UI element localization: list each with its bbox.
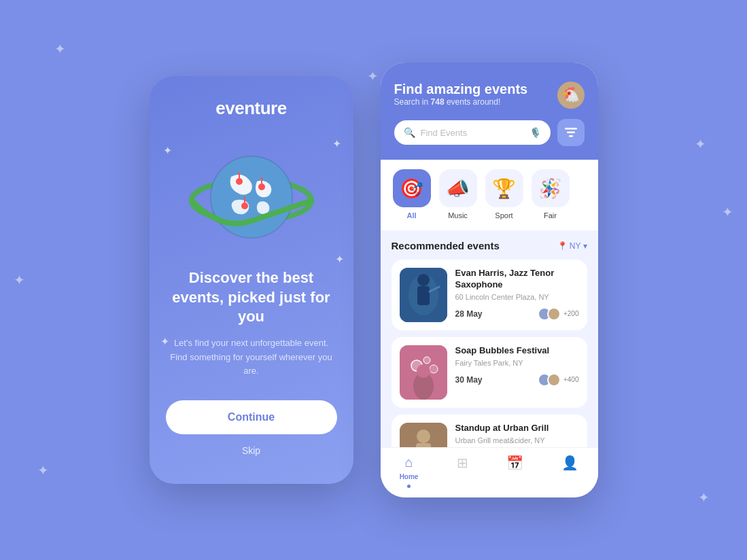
skip-button[interactable]: Skip: [242, 445, 260, 456]
event-count: 748: [431, 97, 445, 107]
svg-point-16: [423, 357, 430, 364]
event-card-3[interactable]: Standup at Urban Grill Urban Grill meat&…: [392, 415, 587, 447]
all-emoji: 🎯: [400, 177, 423, 200]
svg-rect-12: [417, 286, 430, 305]
svg-rect-7: [567, 132, 575, 134]
event-info-1: Evan Harris, Jazz Tenor Saxophone 60 Lin…: [455, 268, 579, 322]
attendee-count-2: +400: [563, 376, 579, 383]
bg-sparkle-4: ✦: [37, 462, 49, 478]
sport-icon-wrap: 🏆: [485, 169, 523, 207]
nav-active-dot: [407, 485, 411, 488]
svg-point-21: [417, 430, 430, 443]
all-icon-wrap: 🎯: [393, 169, 431, 207]
music-icon-wrap: 📣: [439, 169, 477, 207]
avatar-stack-1: [538, 307, 561, 321]
nav-home[interactable]: ⌂ Home: [400, 455, 419, 488]
bg-sparkle-2: ✦: [367, 68, 379, 84]
home-header: Find amazing events Search in 748 events…: [381, 63, 598, 160]
search-icon: 🔍: [404, 127, 415, 138]
svg-point-11: [417, 274, 430, 286]
category-list: 🎯 All 📣 Music 🏆 Sport: [381, 160, 598, 228]
mini-avatar-2b: [547, 373, 561, 387]
event-image-3: [400, 423, 447, 447]
svg-rect-8: [569, 135, 573, 137]
continue-button[interactable]: Continue: [166, 400, 337, 434]
globe-illustration: [184, 133, 319, 255]
bg-sparkle-6: ✦: [14, 272, 25, 288]
onboarding-subtitle: Let's find your next unforgettable event…: [166, 336, 337, 379]
header-subtitle: Search in 748 events around!: [394, 97, 528, 107]
category-sport[interactable]: 🏆 Sport: [484, 169, 525, 220]
category-fair[interactable]: 🪅 Fair: [530, 169, 571, 220]
bg-sparkle-7: ✦: [722, 204, 733, 220]
fair-emoji: 🪅: [538, 177, 562, 200]
sparkle-1: ✦: [163, 144, 172, 157]
bg-sparkle-1: ✦: [54, 41, 66, 57]
event-name-2: Soap Bubbles Festival: [455, 345, 579, 357]
search-bar[interactable]: 🔍 Find Events 🎙️: [394, 120, 551, 145]
event-location-1: 60 Lincoln Center Plaza, NY: [455, 293, 579, 301]
onboarding-title: Discover the best events, picked just fo…: [166, 268, 337, 327]
bottom-navigation: ⌂ Home ⊞ 📅 👤: [381, 447, 598, 497]
sparkle-2: ✦: [332, 137, 341, 150]
app-logo: eventure: [215, 98, 286, 119]
attendee-count-1: +200: [563, 310, 579, 317]
nav-calendar[interactable]: 📅: [506, 455, 523, 471]
event-footer-1: 28 May +200: [455, 307, 579, 321]
svg-point-17: [430, 365, 438, 373]
attendees-2: +400: [538, 373, 579, 387]
music-label: Music: [448, 211, 468, 220]
sport-label: Sport: [495, 211, 513, 220]
nav-grid[interactable]: ⊞: [457, 455, 468, 471]
sparkle-3: ✦: [335, 253, 344, 266]
subtitle-prefix: Search in: [394, 97, 431, 107]
event-location-2: Fairy Tales Park, NY: [455, 359, 579, 367]
event-card-2[interactable]: Soap Bubbles Festival Fairy Tales Park, …: [392, 337, 587, 408]
svg-point-2: [236, 178, 243, 185]
all-label: All: [406, 211, 416, 220]
svg-point-4: [241, 203, 248, 209]
chevron-down-icon: ▾: [583, 241, 587, 251]
category-all[interactable]: 🎯 All: [392, 169, 432, 220]
event-image-2: [400, 345, 447, 400]
section-title: Recommended events: [392, 240, 500, 251]
event-info-3: Standup at Urban Grill Urban Grill meat&…: [455, 423, 579, 447]
nav-home-label: Home: [400, 473, 419, 480]
bg-sparkle-5: ✦: [698, 489, 710, 506]
attendees-1: +200: [538, 307, 579, 321]
filter-button[interactable]: [557, 119, 585, 146]
event-date-2: 30 May: [455, 375, 483, 385]
event-image-1: [400, 268, 447, 322]
location-selector[interactable]: 📍 NY ▾: [557, 241, 587, 251]
avatar-stack-2: [538, 373, 561, 387]
profile-nav-icon: 👤: [561, 455, 578, 471]
home-screen: Find amazing events Search in 748 events…: [381, 63, 598, 497]
event-name-1: Evan Harris, Jazz Tenor Saxophone: [455, 268, 579, 291]
location-text: NY: [570, 241, 581, 251]
search-placeholder: Find Events: [421, 128, 524, 138]
header-title: Find amazing events: [394, 82, 528, 97]
category-music[interactable]: 📣 Music: [438, 169, 479, 220]
grid-nav-icon: ⊞: [457, 455, 468, 471]
event-info-2: Soap Bubbles Festival Fairy Tales Park, …: [455, 345, 579, 400]
section-header: Recommended events 📍 NY ▾: [392, 240, 587, 251]
event-footer-2: 30 May +400: [455, 373, 579, 387]
event-name-3: Standup at Urban Grill: [455, 423, 579, 434]
music-emoji: 📣: [446, 177, 470, 200]
events-section: Recommended events 📍 NY ▾: [381, 230, 598, 447]
user-avatar[interactable]: 🐔: [557, 82, 585, 109]
subtitle-suffix: events around!: [445, 97, 501, 107]
svg-point-19: [417, 364, 430, 378]
categories-section: 🎯 All 📣 Music 🏆 Sport: [381, 160, 598, 230]
onboarding-screen: ✦ ✦ ✦ ✦ eventure Discover th: [150, 76, 353, 484]
microphone-icon: 🎙️: [529, 127, 541, 138]
fair-icon-wrap: 🪅: [532, 169, 570, 207]
event-card-1[interactable]: Evan Harris, Jazz Tenor Saxophone 60 Lin…: [392, 260, 587, 330]
nav-profile[interactable]: 👤: [561, 455, 578, 471]
mini-avatar-1b: [547, 307, 561, 321]
calendar-nav-icon: 📅: [506, 455, 523, 471]
svg-rect-6: [565, 128, 577, 130]
home-nav-icon: ⌂: [404, 455, 413, 470]
fair-label: Fair: [544, 211, 557, 220]
event-location-3: Urban Grill meat&cider, NY: [455, 436, 579, 444]
